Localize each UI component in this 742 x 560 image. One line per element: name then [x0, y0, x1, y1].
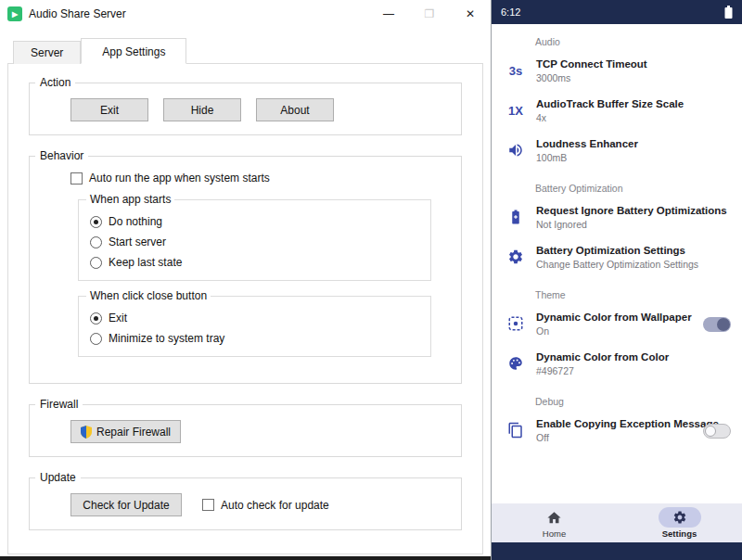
firewall-group: Firewall Repair Firewall [29, 404, 462, 457]
list-item-dynamic-color-from-color[interactable]: Dynamic Color from Color #496727 [492, 344, 742, 384]
item-subtitle: 3000ms [536, 72, 731, 83]
action-group-label: Action [35, 76, 75, 89]
nav-label-settings: Settings [662, 528, 697, 539]
palette-icon [505, 352, 527, 375]
item-title: Request Ignore Battery Optimizations [536, 205, 731, 216]
item-subtitle: #496727 [536, 365, 731, 376]
when-app-starts-label: When app starts [86, 193, 174, 206]
autorun-checkbox[interactable] [70, 172, 83, 185]
nav-item-home[interactable]: Home [513, 507, 596, 539]
list-item-enable-copying-exception-message[interactable]: Enable Copying Exception Message Off [492, 411, 742, 451]
list-item-tcp-connect-timeout[interactable]: 3s TCP Connect Timeout 3000ms [492, 51, 742, 91]
auto-check-checkbox[interactable] [202, 499, 214, 511]
android-settings-app: 6:12 Audio 3s TCP Connect Timeout 3000ms… [492, 0, 742, 560]
radio-icon[interactable] [90, 216, 102, 228]
auto-check-checkbox-row[interactable]: Auto check for update [202, 499, 329, 512]
action-group: Action Exit Hide About [29, 83, 462, 135]
copy-icon [505, 419, 527, 441]
auto-check-checkbox-label: Auto check for update [221, 499, 329, 512]
window-controls: — ❐ ✕ [368, 0, 491, 28]
nav-label-home: Home [543, 528, 566, 539]
tab-server[interactable]: Server [13, 41, 81, 64]
radio-do-nothing[interactable]: Do nothing [88, 211, 421, 232]
uac-shield-icon [81, 426, 92, 439]
about-button[interactable]: About [256, 98, 334, 121]
radio-label: Keep last state [109, 256, 182, 269]
item-subtitle: 4x [536, 112, 731, 123]
radio-icon[interactable] [90, 312, 102, 325]
section-header-battery-optimization: Battery Optimization [492, 171, 742, 197]
1x-text-icon: 1X [505, 99, 527, 121]
repair-firewall-label: Repair Firewall [96, 426, 171, 439]
radio-exit[interactable]: Exit [88, 308, 421, 328]
radio-label: Start server [109, 235, 166, 248]
item-subtitle: Change Battery Optimization Settings [536, 259, 731, 270]
list-item-dynamic-color-from-wallpaper[interactable]: Dynamic Color from Wallpaper On [492, 304, 742, 344]
exit-button[interactable]: Exit [70, 98, 148, 121]
maximize-button: ❐ [409, 0, 450, 28]
update-row: Check for Update Auto check for update [70, 493, 450, 516]
nav-item-settings[interactable]: Settings [638, 507, 722, 539]
volume-icon [505, 139, 527, 161]
radio-label: Do nothing [109, 215, 162, 228]
titlebar: ▶ Audio Share Server — ❐ ✕ [0, 0, 491, 28]
wallpaper-color-toggle[interactable] [703, 317, 731, 332]
battery-plus-icon [505, 206, 527, 228]
gear-icon [505, 246, 527, 268]
item-title: TCP Connect Timeout [536, 58, 731, 70]
audio-share-server-window: ▶ Audio Share Server — ❐ ✕ Server App Se… [0, 0, 492, 560]
radio-icon[interactable] [90, 236, 102, 248]
list-item-loudness-enhancer[interactable]: Loudness Enhancer 100mB [492, 131, 742, 171]
list-item-battery-optimization-settings[interactable]: Battery Optimization Settings Change Bat… [492, 237, 742, 277]
update-group-label: Update [35, 471, 81, 484]
radio-icon[interactable] [90, 257, 102, 269]
when-app-starts-group: When app starts Do nothing Start server … [78, 199, 431, 281]
item-subtitle: On [536, 325, 694, 337]
when-close-label: When click close button [86, 289, 211, 302]
radio-keep-last-state[interactable]: Keep last state [88, 252, 421, 273]
behavior-group: Behavior Auto run the app when system st… [29, 156, 462, 384]
section-header-theme: Theme [492, 277, 742, 304]
screen: ▶ Audio Share Server — ❐ ✕ Server App Se… [0, 0, 742, 560]
behavior-group-label: Behavior [35, 149, 88, 162]
when-close-group: When click close button Exit Minimize to… [78, 296, 431, 357]
status-bar: 6:12 [492, 0, 742, 24]
wallpaper-icon [505, 312, 527, 335]
gear-icon [659, 507, 701, 528]
status-time: 6:12 [501, 6, 520, 18]
radio-start-server[interactable]: Start server [88, 232, 421, 252]
item-subtitle: Not Ignored [536, 219, 731, 230]
action-buttons-row: Exit Hide About [70, 98, 450, 121]
update-group: Update Check for Update Auto check for u… [29, 477, 462, 530]
window-title: Audio Share Server [29, 7, 126, 20]
tab-app-settings[interactable]: App Settings [81, 38, 186, 64]
copy-exception-toggle[interactable] [703, 424, 731, 439]
status-battery-icon [724, 6, 733, 19]
list-item-request-ignore-battery-optimizations[interactable]: Request Ignore Battery Optimizations Not… [492, 197, 742, 237]
close-button[interactable]: ✕ [450, 0, 491, 28]
window-bottom-edge [0, 556, 491, 560]
minimize-button[interactable]: — [368, 0, 409, 28]
radio-icon[interactable] [90, 333, 102, 345]
app-settings-page: Action Exit Hide About Behavior Auto run… [7, 63, 483, 554]
item-title: AudioTrack Buffer Size Scale [536, 98, 731, 109]
tab-bar: Server App Settings [13, 38, 491, 64]
radio-label: Exit [109, 312, 127, 325]
gesture-navigation-bar [492, 542, 742, 560]
item-title: Loudness Enhancer [536, 138, 731, 149]
3s-text-icon: 3s [505, 59, 527, 82]
item-title: Dynamic Color from Wallpaper [536, 312, 694, 323]
item-title: Enable Copying Exception Message [536, 418, 694, 429]
item-title: Dynamic Color from Color [536, 351, 731, 363]
item-subtitle: Off [536, 432, 694, 443]
bottom-navigation: Home Settings [492, 503, 742, 542]
item-title: Battery Optimization Settings [536, 245, 731, 256]
list-item-audiotrack-buffer-scale[interactable]: 1X AudioTrack Buffer Size Scale 4x [492, 91, 742, 131]
check-for-update-button[interactable]: Check for Update [70, 493, 182, 516]
firewall-row: Repair Firewall [70, 420, 450, 443]
autorun-checkbox-label: Auto run the app when system starts [89, 172, 270, 185]
hide-button[interactable]: Hide [163, 98, 241, 121]
radio-minimize-to-tray[interactable]: Minimize to system tray [88, 328, 421, 349]
autorun-checkbox-row[interactable]: Auto run the app when system starts [70, 172, 450, 185]
repair-firewall-button[interactable]: Repair Firewall [70, 420, 181, 443]
